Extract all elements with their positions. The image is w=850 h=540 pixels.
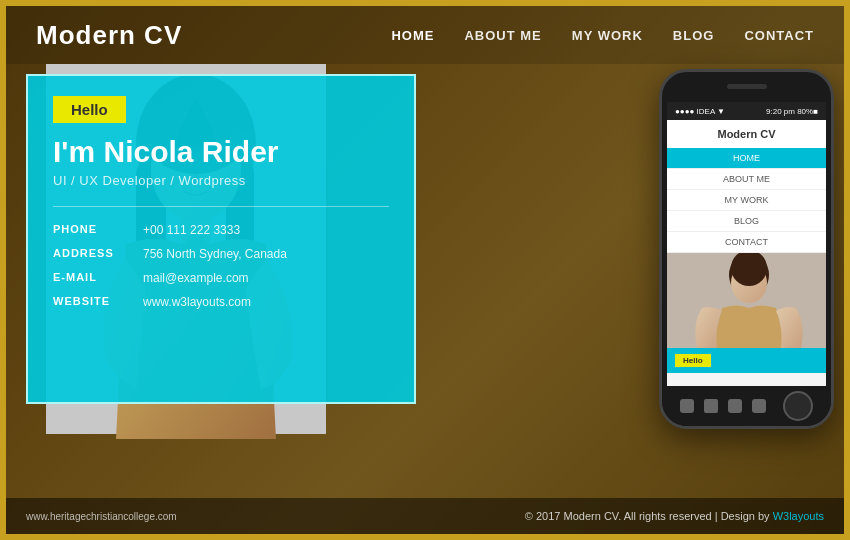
phone-carrier: ●●●● IDEA ▼ — [675, 107, 725, 116]
footer-copyright: © 2017 Modern CV. All rights reserved | … — [525, 510, 824, 522]
phone-hello-badge: Hello — [675, 354, 711, 367]
phone-label: PHONE — [53, 223, 143, 237]
phone-time-battery: 9:20 pm 80%■ — [766, 107, 818, 116]
address-value: 756 North Sydney, Canada — [143, 247, 389, 261]
main-content: Hello I'm Nicola Rider UI / UX Developer… — [6, 64, 844, 498]
nav-contact[interactable]: CONTACT — [744, 28, 814, 43]
phone-mockup: ●●●● IDEA ▼ 9:20 pm 80%■ Modern CV HOME … — [659, 69, 834, 429]
website-value: www.w3layouts.com — [143, 295, 389, 309]
footer-text: © 2017 Modern CV. All rights reserved | … — [525, 510, 773, 522]
contact-info: PHONE +00 111 222 3333 ADDRESS 756 North… — [53, 223, 389, 309]
hero-card: Hello I'm Nicola Rider UI / UX Developer… — [26, 74, 416, 404]
phone-speaker — [727, 84, 767, 89]
header: Modern CV HOME ABOUT ME MY WORK BLOG CON… — [6, 6, 844, 64]
card-divider — [53, 206, 389, 207]
footer-link[interactable]: W3layouts — [773, 510, 824, 522]
phone-nav-about[interactable]: ABOUT ME — [667, 169, 826, 190]
phone-bottom-bar — [662, 386, 831, 426]
phone-person-photo — [667, 253, 826, 348]
main-nav: HOME ABOUT ME MY WORK BLOG CONTACT — [391, 28, 814, 43]
phone-hello-section: Hello — [667, 348, 826, 373]
nav-home[interactable]: HOME — [391, 28, 434, 43]
nav-about[interactable]: ABOUT ME — [464, 28, 541, 43]
phone-nav-contact[interactable]: CONTACT — [667, 232, 826, 253]
person-subtitle: UI / UX Developer / Wordpress — [53, 173, 389, 188]
phone-nav-work[interactable]: MY WORK — [667, 190, 826, 211]
phone-nav: HOME ABOUT ME MY WORK BLOG CONTACT — [667, 148, 826, 253]
email-value: mail@example.com — [143, 271, 389, 285]
phone-home-icon — [704, 399, 718, 413]
phone-value: +00 111 222 3333 — [143, 223, 389, 237]
phone-outer: ●●●● IDEA ▼ 9:20 pm 80%■ Modern CV HOME … — [659, 69, 834, 429]
nav-work[interactable]: MY WORK — [572, 28, 643, 43]
phone-logo: Modern CV — [675, 128, 818, 140]
phone-back-icon — [680, 399, 694, 413]
email-label: E-MAIL — [53, 271, 143, 285]
phone-nav-home[interactable]: HOME — [667, 148, 826, 169]
person-name: I'm Nicola Rider — [53, 135, 389, 169]
site-logo: Modern CV — [36, 20, 182, 51]
phone-app-header: Modern CV — [667, 120, 826, 148]
nav-blog[interactable]: BLOG — [673, 28, 715, 43]
hello-badge: Hello — [53, 96, 126, 123]
phone-nav-blog[interactable]: BLOG — [667, 211, 826, 232]
phone-status-bar: ●●●● IDEA ▼ 9:20 pm 80%■ — [667, 102, 826, 120]
footer-url: www.heritagechristiancollege.com — [26, 511, 177, 522]
footer: www.heritagechristiancollege.com © 2017 … — [6, 498, 844, 534]
address-label: ADDRESS — [53, 247, 143, 261]
website-label: WEBSITE — [53, 295, 143, 309]
phone-home-button[interactable] — [783, 391, 813, 421]
outer-border: Modern CV HOME ABOUT ME MY WORK BLOG CON… — [0, 0, 850, 540]
phone-tab-icon — [752, 399, 766, 413]
phone-screen: ●●●● IDEA ▼ 9:20 pm 80%■ Modern CV HOME … — [667, 102, 826, 386]
phone-share-icon — [728, 399, 742, 413]
